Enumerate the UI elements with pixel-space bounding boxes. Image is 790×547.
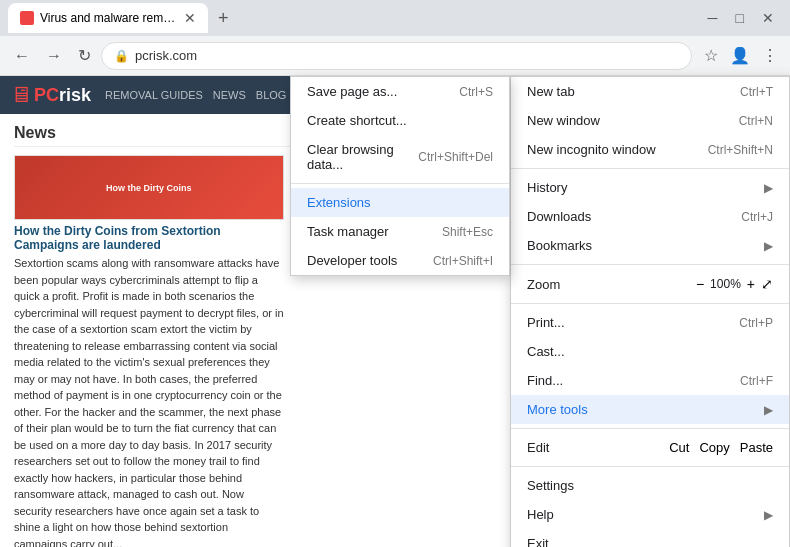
menu-find[interactable]: Find... Ctrl+F	[511, 366, 789, 395]
submenu-task-manager-shortcut: Shift+Esc	[442, 225, 493, 239]
menu-divider-2	[511, 264, 789, 265]
zoom-plus-button[interactable]: +	[747, 276, 755, 292]
menu-cast-label: Cast...	[527, 344, 773, 359]
back-button[interactable]: ←	[8, 43, 36, 69]
menu-print[interactable]: Print... Ctrl+P	[511, 308, 789, 337]
submenu-create-shortcut[interactable]: Create shortcut...	[291, 106, 509, 135]
site-logo[interactable]: 🖥 PC risk	[10, 82, 91, 108]
menu-zoom: Zoom − 100% + ⤢	[511, 269, 789, 299]
news-card-1-text: Sextortion scams along with ransomware a…	[14, 255, 284, 547]
menu-settings-label: Settings	[527, 478, 773, 493]
submenu-clear-browsing-shortcut: Ctrl+Shift+Del	[418, 150, 493, 164]
zoom-value: 100%	[710, 277, 741, 291]
menu-divider-4	[511, 428, 789, 429]
menu-history-arrow: ▶	[764, 181, 773, 195]
news-card-1[interactable]: How the Dirty Coins How the Dirty Coins …	[14, 155, 284, 547]
submenu-developer-tools[interactable]: Developer tools Ctrl+Shift+I	[291, 246, 509, 275]
star-icon[interactable]: ☆	[700, 42, 722, 69]
menu-cut-button[interactable]: Cut	[669, 440, 689, 455]
menu-edit-row: Edit Cut Copy Paste	[511, 433, 789, 462]
menu-new-window-label: New window	[527, 113, 719, 128]
zoom-minus-button[interactable]: −	[696, 276, 704, 292]
menu-bookmarks-label: Bookmarks	[527, 238, 764, 253]
submenu-task-manager[interactable]: Task manager Shift+Esc	[291, 217, 509, 246]
menu-more-tools[interactable]: More tools ▶	[511, 395, 789, 424]
menu-new-tab-label: New tab	[527, 84, 720, 99]
minimize-button[interactable]: ─	[700, 6, 726, 30]
url-text: pcrisk.com	[135, 48, 679, 63]
menu-copy-button[interactable]: Copy	[699, 440, 729, 455]
menu-history-label: History	[527, 180, 764, 195]
menu-help-arrow: ▶	[764, 508, 773, 522]
url-field[interactable]: 🔒 pcrisk.com	[101, 42, 692, 70]
submenu-clear-browsing-label: Clear browsing data...	[307, 142, 398, 172]
account-icon[interactable]: 👤	[726, 42, 754, 69]
submenu-save-page[interactable]: Save page as... Ctrl+S	[291, 77, 509, 106]
menu-downloads-shortcut: Ctrl+J	[741, 210, 773, 224]
menu-paste-button[interactable]: Paste	[740, 440, 773, 455]
menu-settings[interactable]: Settings	[511, 471, 789, 500]
submenu-save-page-label: Save page as...	[307, 84, 439, 99]
window-controls: ─ □ ✕	[700, 6, 782, 30]
menu-new-window-shortcut: Ctrl+N	[739, 114, 773, 128]
menu-divider-1	[511, 168, 789, 169]
menu-find-label: Find...	[527, 373, 720, 388]
menu-new-incognito-shortcut: Ctrl+Shift+N	[708, 143, 773, 157]
menu-help-label: Help	[527, 507, 764, 522]
menu-divider-5	[511, 466, 789, 467]
menu-new-incognito-label: New incognito window	[527, 142, 688, 157]
menu-history[interactable]: History ▶	[511, 173, 789, 202]
menu-find-shortcut: Ctrl+F	[740, 374, 773, 388]
submenu-task-manager-label: Task manager	[307, 224, 422, 239]
submenu-create-shortcut-label: Create shortcut...	[307, 113, 493, 128]
toolbar-icons: ☆ 👤 ⋮	[700, 42, 782, 69]
submenu-save-page-shortcut: Ctrl+S	[459, 85, 493, 99]
lock-icon: 🔒	[114, 49, 129, 63]
maximize-button[interactable]: □	[728, 6, 752, 30]
submenu-developer-tools-shortcut: Ctrl+Shift+I	[433, 254, 493, 268]
tab-close-icon[interactable]: ✕	[184, 10, 196, 26]
nav-removal-guides[interactable]: REMOVAL GUIDES	[105, 89, 203, 101]
menu-print-label: Print...	[527, 315, 719, 330]
menu-more-tools-label: More tools	[527, 402, 764, 417]
address-bar: ← → ↻ 🔒 pcrisk.com ☆ 👤 ⋮	[0, 36, 790, 76]
tab-title: Virus and malware removal instr...	[40, 11, 178, 25]
menu-new-window[interactable]: New window Ctrl+N	[511, 106, 789, 135]
zoom-expand-button[interactable]: ⤢	[761, 276, 773, 292]
submenu-developer-tools-label: Developer tools	[307, 253, 413, 268]
menu-exit-label: Exit	[527, 536, 773, 547]
logo-risk: risk	[59, 85, 91, 106]
submenu-clear-browsing[interactable]: Clear browsing data... Ctrl+Shift+Del	[291, 135, 509, 179]
menu-more-tools-arrow: ▶	[764, 403, 773, 417]
menu-downloads[interactable]: Downloads Ctrl+J	[511, 202, 789, 231]
logo-pc: PC	[34, 85, 59, 106]
menu-bookmarks-arrow: ▶	[764, 239, 773, 253]
submenu-extensions[interactable]: Extensions	[291, 188, 509, 217]
active-tab[interactable]: Virus and malware removal instr... ✕	[8, 3, 208, 33]
menu-edit-label: Edit	[527, 440, 649, 455]
menu-icon[interactable]: ⋮	[758, 42, 782, 69]
submenu-divider-1	[291, 183, 509, 184]
menu-exit[interactable]: Exit	[511, 529, 789, 547]
menu-new-tab-shortcut: Ctrl+T	[740, 85, 773, 99]
nav-news[interactable]: NEWS	[213, 89, 246, 101]
submenu-extensions-label: Extensions	[307, 195, 493, 210]
news-card-1-title: How the Dirty Coins from Sextortion Camp…	[14, 224, 284, 252]
forward-button[interactable]: →	[40, 43, 68, 69]
menu-cast[interactable]: Cast...	[511, 337, 789, 366]
menu-print-shortcut: Ctrl+P	[739, 316, 773, 330]
menu-zoom-label: Zoom	[527, 277, 690, 292]
new-tab-button[interactable]: +	[212, 4, 235, 33]
titlebar: Virus and malware removal instr... ✕ + ─…	[0, 0, 790, 36]
reload-button[interactable]: ↻	[72, 42, 97, 69]
menu-new-tab[interactable]: New tab Ctrl+T	[511, 77, 789, 106]
more-tools-submenu: Save page as... Ctrl+S Create shortcut..…	[290, 76, 510, 276]
menu-new-incognito[interactable]: New incognito window Ctrl+Shift+N	[511, 135, 789, 164]
menu-downloads-label: Downloads	[527, 209, 721, 224]
menu-help[interactable]: Help ▶	[511, 500, 789, 529]
menu-divider-3	[511, 303, 789, 304]
close-window-button[interactable]: ✕	[754, 6, 782, 30]
context-menu: New tab Ctrl+T New window Ctrl+N New inc…	[510, 76, 790, 547]
nav-blog[interactable]: BLOG	[256, 89, 287, 101]
menu-bookmarks[interactable]: Bookmarks ▶	[511, 231, 789, 260]
